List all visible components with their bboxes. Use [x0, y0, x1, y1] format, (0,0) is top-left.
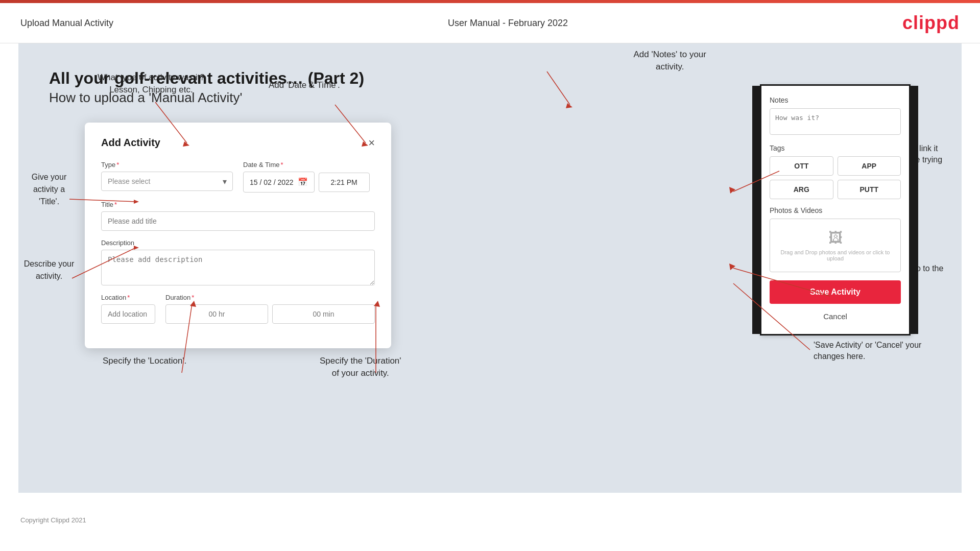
duration-group: Duration*	[165, 294, 375, 324]
annotation-save: 'Save Activity' or 'Cancel' your changes…	[814, 340, 946, 363]
date-input[interactable]: 15 / 02 / 2022 📅	[243, 172, 315, 193]
tag-arg[interactable]: ARG	[770, 180, 833, 199]
annotation-date-time: Add 'Date & Time'.	[269, 79, 340, 91]
tag-putt[interactable]: PUTT	[838, 180, 901, 199]
datetime-label: Date & Time*	[243, 161, 375, 169]
tag-app[interactable]: APP	[838, 156, 901, 176]
type-date-row: Type* Please select ▾ Date & Time* 15 / …	[101, 161, 375, 193]
calendar-icon: 📅	[298, 177, 308, 187]
phone-panel: Notes Tags OTT APP ARG PUTT Photos & Vid…	[760, 84, 911, 336]
location-duration-row: Location* Duration*	[101, 294, 375, 324]
annotation-notes: Add 'Notes' to your activity.	[633, 49, 706, 73]
description-label: Description	[101, 239, 375, 247]
save-activity-button[interactable]: Save Activity	[770, 280, 901, 304]
notes-input[interactable]	[770, 108, 901, 135]
duration-hr-input[interactable]	[165, 304, 268, 324]
title-input[interactable]	[101, 211, 375, 231]
logo: clippd	[902, 12, 960, 34]
page-title: Upload Manual Activity	[20, 18, 113, 29]
panel-right-bar	[910, 86, 918, 334]
location-label: Location*	[101, 294, 155, 301]
duration-inputs	[165, 304, 375, 324]
location-group: Location*	[101, 294, 155, 324]
annotation-duration: Specify the 'Duration' of your activity.	[320, 355, 401, 379]
duration-min-input[interactable]	[272, 304, 375, 324]
time-input[interactable]: 2:21 PM	[319, 173, 370, 192]
footer: Copyright Clippd 2021	[0, 511, 980, 529]
title-group: Title*	[101, 201, 375, 231]
type-select-wrapper: Please select ▾	[101, 172, 233, 191]
description-row: Description	[101, 239, 375, 285]
type-group: Type* Please select ▾	[101, 161, 233, 193]
tag-ott[interactable]: OTT	[770, 156, 833, 176]
tags-grid: OTT APP ARG PUTT	[770, 156, 901, 199]
annotation-location: Specify the 'Location'.	[103, 355, 186, 367]
svg-marker-15	[729, 187, 735, 194]
upload-text: Drag and Drop photos and videos or click…	[775, 249, 895, 261]
location-input[interactable]	[101, 304, 155, 324]
manual-subtitle: User Manual - February 2022	[448, 18, 568, 29]
copyright: Copyright Clippd 2021	[20, 516, 86, 524]
duration-label: Duration*	[165, 294, 375, 301]
tags-section-title: Tags	[770, 144, 901, 152]
upload-area[interactable]: 🖼 Drag and Drop photos and videos or cli…	[770, 219, 901, 272]
title-label: Title*	[101, 201, 375, 208]
cancel-button[interactable]: Cancel	[770, 309, 901, 324]
add-activity-dialog: Add Activity × Type* Please select ▾ Dat…	[85, 123, 391, 348]
upload-icon: 🖼	[775, 229, 895, 246]
description-input[interactable]	[101, 250, 375, 285]
description-group: Description	[101, 239, 375, 285]
dialog-title: Add Activity	[101, 137, 160, 149]
notes-section-title: Notes	[770, 96, 901, 104]
datetime-inputs: 15 / 02 / 2022 📅 2:21 PM	[243, 172, 375, 193]
annotation-give-title: Give your activity a 'Title'.	[18, 171, 80, 207]
dialog-header: Add Activity ×	[101, 137, 375, 149]
header: Upload Manual Activity User Manual - Feb…	[0, 3, 980, 43]
datetime-group: Date & Time* 15 / 02 / 2022 📅 2:21 PM	[243, 161, 375, 193]
close-button[interactable]: ×	[368, 137, 375, 149]
annotation-describe: Describe your activity.	[18, 258, 80, 282]
title-row: Title*	[101, 201, 375, 231]
type-select[interactable]: Please select	[101, 172, 233, 191]
svg-marker-17	[729, 263, 735, 270]
annotation-what-type: What type of activity was it? Lesson, Ch…	[98, 71, 205, 96]
main-content: All your golf-relevant activities… (Part…	[18, 43, 962, 493]
type-label: Type*	[101, 161, 233, 169]
panel-left-bar	[752, 86, 760, 334]
photos-section-title: Photos & Videos	[770, 206, 901, 214]
